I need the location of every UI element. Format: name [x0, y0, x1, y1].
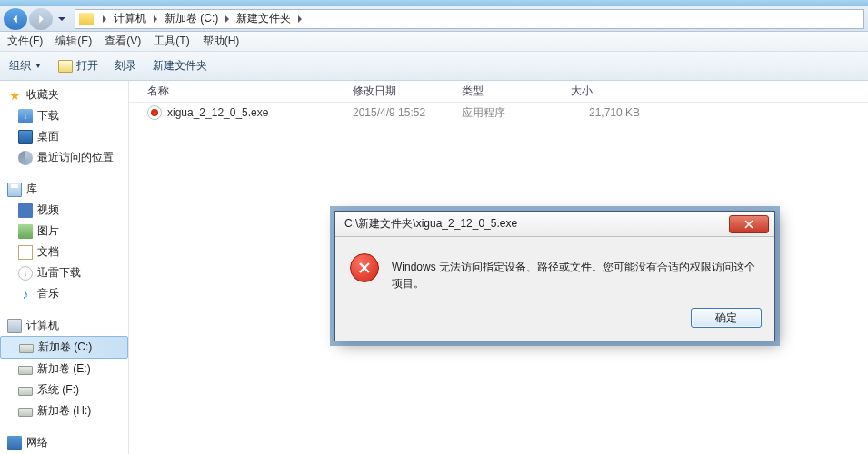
column-size[interactable]: 大小 — [571, 80, 653, 103]
sidebar-network[interactable]: 网络 — [0, 432, 128, 453]
close-button[interactable] — [729, 215, 769, 233]
file-row[interactable]: xigua_2_12_0_5.exe 2015/4/9 15:52 应用程序 2… — [129, 103, 868, 123]
toolbar: 组织▼ 打开 刻录 新建文件夹 — [0, 52, 868, 81]
dialog-titlebar[interactable]: C:\新建文件夹\xigua_2_12_0_5.exe — [335, 212, 774, 237]
sidebar-favorites[interactable]: ★收藏夹 — [0, 84, 128, 105]
recent-icon — [18, 151, 33, 165]
sidebar-videos[interactable]: 视频 — [0, 200, 128, 221]
menu-tools[interactable]: 工具(T) — [154, 34, 189, 49]
breadcrumb-folder[interactable]: 新建文件夹 — [234, 9, 293, 28]
file-name: xigua_2_12_0_5.exe — [167, 106, 268, 119]
picture-icon — [18, 224, 33, 239]
xunlei-icon — [18, 266, 33, 281]
chevron-right-icon — [224, 15, 231, 23]
breadcrumb-drive[interactable]: 新加卷 (C:) — [163, 9, 220, 28]
sidebar-drive-e[interactable]: 新加卷 (E:) — [0, 359, 128, 380]
sidebar-pictures[interactable]: 图片 — [0, 221, 128, 242]
file-size: 21,710 KB — [571, 106, 653, 119]
open-icon — [58, 60, 73, 73]
column-headers: 名称 修改日期 类型 大小 — [129, 81, 868, 103]
chevron-right-icon — [296, 15, 304, 23]
menu-help[interactable]: 帮助(H) — [203, 34, 240, 49]
sidebar-recent[interactable]: 最近访问的位置 — [0, 147, 128, 168]
breadcrumb-computer[interactable]: 计算机 — [112, 9, 148, 28]
menu-view[interactable]: 查看(V) — [105, 34, 141, 49]
forward-button[interactable] — [29, 8, 53, 30]
error-dialog: C:\新建文件夹\xigua_2_12_0_5.exe Windows 无法访问… — [334, 211, 775, 341]
open-button[interactable]: 打开 — [58, 58, 98, 74]
back-button[interactable] — [4, 8, 27, 30]
file-type: 应用程序 — [462, 105, 571, 121]
sidebar-drive-c[interactable]: 新加卷 (C:) — [0, 336, 128, 359]
window-titlebar — [0, 0, 868, 6]
computer-icon — [7, 319, 22, 333]
sidebar-drive-h[interactable]: 新加卷 (H:) — [0, 400, 128, 421]
network-icon — [7, 436, 22, 450]
star-icon: ★ — [7, 88, 22, 103]
folder-icon — [79, 13, 94, 25]
dialog-title: C:\新建文件夹\xigua_2_12_0_5.exe — [344, 216, 729, 232]
file-date: 2015/4/9 15:52 — [353, 106, 462, 119]
column-name[interactable]: 名称 — [147, 80, 353, 103]
sidebar-libraries[interactable]: 库 — [0, 179, 128, 200]
chevron-right-icon — [101, 15, 108, 23]
new-folder-button[interactable]: 新建文件夹 — [153, 58, 207, 74]
document-icon — [18, 245, 33, 260]
column-date[interactable]: 修改日期 — [353, 80, 462, 103]
music-icon: ♪ — [18, 287, 33, 301]
burn-button[interactable]: 刻录 — [115, 58, 136, 74]
sidebar-downloads[interactable]: 下载 — [0, 105, 128, 126]
error-icon — [350, 253, 379, 282]
menu-edit[interactable]: 编辑(E) — [55, 34, 92, 49]
sidebar-computer[interactable]: 计算机 — [0, 315, 128, 336]
desktop-icon — [18, 130, 33, 144]
sidebar-desktop[interactable]: 桌面 — [0, 126, 128, 147]
organize-button[interactable]: 组织▼ — [9, 58, 42, 74]
video-icon — [18, 203, 33, 218]
download-icon — [18, 109, 33, 123]
chevron-right-icon — [152, 15, 159, 23]
dialog-message: Windows 无法访问指定设备、路径或文件。您可能没有合适的权限访问这个项目。 — [392, 253, 760, 291]
library-icon — [7, 183, 22, 197]
drive-icon — [18, 387, 33, 396]
menu-bar: 文件(F) 编辑(E) 查看(V) 工具(T) 帮助(H) — [0, 32, 868, 52]
sidebar-documents[interactable]: 文档 — [0, 242, 128, 262]
address-bar[interactable]: 计算机 新加卷 (C:) 新建文件夹 — [75, 9, 864, 29]
drive-icon — [18, 408, 33, 417]
navigation-pane: ★收藏夹 下载 桌面 最近访问的位置 库 视频 图片 文档 迅雷下载 ♪音乐 计… — [0, 81, 129, 454]
sidebar-xunlei[interactable]: 迅雷下载 — [0, 262, 128, 283]
chevron-down-icon: ▼ — [35, 62, 42, 70]
menu-file[interactable]: 文件(F) — [7, 34, 43, 49]
history-dropdown[interactable] — [55, 8, 69, 30]
navigation-bar: 计算机 新加卷 (C:) 新建文件夹 — [0, 6, 868, 32]
drive-icon — [18, 366, 33, 375]
sidebar-drive-f[interactable]: 系统 (F:) — [0, 380, 128, 400]
exe-icon — [147, 105, 162, 120]
ok-button[interactable]: 确定 — [691, 308, 762, 328]
drive-icon — [19, 344, 34, 353]
column-type[interactable]: 类型 — [462, 80, 571, 103]
sidebar-music[interactable]: ♪音乐 — [0, 283, 128, 304]
